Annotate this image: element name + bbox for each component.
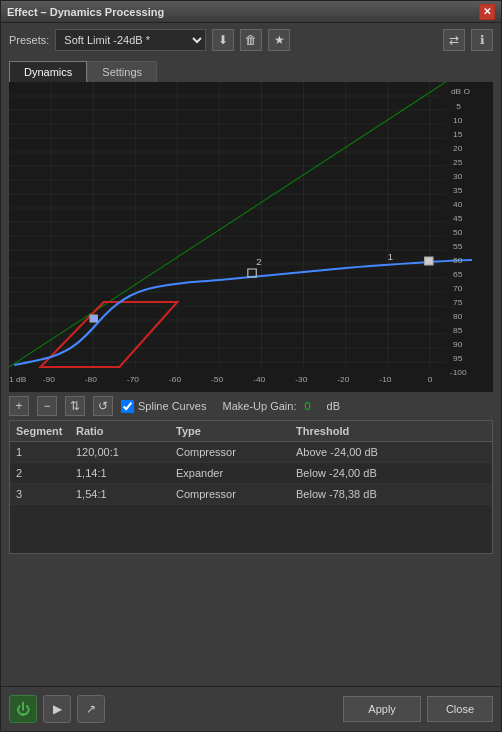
compare-button[interactable]: ⇄ xyxy=(443,29,465,51)
row3-threshold: Below -78,38 dB xyxy=(296,488,486,500)
svg-text:-30: -30 xyxy=(295,375,308,384)
svg-rect-33 xyxy=(425,257,433,265)
window-title: Effect – Dynamics Processing xyxy=(7,6,164,18)
svg-text:dB O: dB O xyxy=(451,87,470,96)
table-row[interactable]: 2 1,14:1 Expander Below -24,00 dB xyxy=(10,463,492,484)
svg-text:1: 1 xyxy=(388,252,393,262)
tabs-row: Dynamics Settings xyxy=(1,57,501,82)
play-button[interactable]: ▶ xyxy=(43,695,71,723)
svg-text:50: 50 xyxy=(453,228,463,237)
remove-point-button[interactable]: − xyxy=(37,396,57,416)
makeup-gain-label: Make-Up Gain: xyxy=(222,400,296,412)
spline-checkbox[interactable] xyxy=(121,400,134,413)
svg-text:70: 70 xyxy=(453,284,463,293)
row3-segment: 3 xyxy=(16,488,76,500)
svg-text:0: 0 xyxy=(428,375,433,384)
table-header: Segment Ratio Type Threshold xyxy=(10,421,492,442)
svg-text:40: 40 xyxy=(453,200,463,209)
close-dialog-button[interactable]: Close xyxy=(427,696,493,722)
title-bar: Effect – Dynamics Processing ✕ xyxy=(1,1,501,23)
svg-text:-60: -60 xyxy=(169,375,182,384)
segments-table: Segment Ratio Type Threshold 1 120,00:1 … xyxy=(9,420,493,554)
power-button[interactable]: ⏻ xyxy=(9,695,37,723)
svg-text:95: 95 xyxy=(453,354,463,363)
row1-type: Compressor xyxy=(176,446,296,458)
svg-text:-20: -20 xyxy=(337,375,350,384)
svg-text:75: 75 xyxy=(453,298,463,307)
row1-segment: 1 xyxy=(16,446,76,458)
presets-label: Presets: xyxy=(9,34,49,46)
svg-text:55: 55 xyxy=(453,242,463,251)
svg-text:90: 90 xyxy=(453,340,463,349)
save-preset-button[interactable]: ⬇ xyxy=(212,29,234,51)
svg-text:45: 45 xyxy=(453,214,463,223)
apply-button[interactable]: Apply xyxy=(343,696,421,722)
svg-rect-35 xyxy=(90,315,97,322)
svg-text:25: 25 xyxy=(453,158,463,167)
col-threshold: Threshold xyxy=(296,425,486,437)
delete-preset-button[interactable]: 🗑 xyxy=(240,29,262,51)
svg-text:85: 85 xyxy=(453,326,463,335)
svg-text:5: 5 xyxy=(456,102,461,111)
presets-select[interactable]: Soft Limit -24dB * xyxy=(55,29,206,51)
svg-text:30: 30 xyxy=(453,172,463,181)
svg-text:65: 65 xyxy=(453,270,463,279)
svg-text:15: 15 xyxy=(453,130,463,139)
svg-text:-90: -90 xyxy=(43,375,56,384)
svg-text:-80: -80 xyxy=(85,375,98,384)
tab-settings[interactable]: Settings xyxy=(87,61,157,82)
svg-text:20: 20 xyxy=(453,144,463,153)
svg-rect-0 xyxy=(9,82,493,392)
reset-button[interactable]: ↺ xyxy=(93,396,113,416)
svg-text:80: 80 xyxy=(453,312,463,321)
row1-threshold: Above -24,00 dB xyxy=(296,446,486,458)
col-type: Type xyxy=(176,425,296,437)
col-ratio: Ratio xyxy=(76,425,176,437)
adjust-button[interactable]: ⇅ xyxy=(65,396,85,416)
svg-text:35: 35 xyxy=(453,186,463,195)
tab-dynamics[interactable]: Dynamics xyxy=(9,61,87,82)
bottom-toolbar: ⏻ ▶ ↗ Apply Close xyxy=(1,686,501,731)
svg-text:-100: -100 xyxy=(450,368,467,377)
svg-text:60: 60 xyxy=(453,256,463,265)
svg-text:-50: -50 xyxy=(211,375,224,384)
svg-text:-70: -70 xyxy=(127,375,140,384)
row3-ratio: 1,54:1 xyxy=(76,488,176,500)
svg-text:1 dB: 1 dB xyxy=(9,375,27,384)
makeup-gain-value: 0 xyxy=(304,400,310,412)
table-row[interactable]: 1 120,00:1 Compressor Above -24,00 dB xyxy=(10,442,492,463)
makeup-gain-unit: dB xyxy=(327,400,340,412)
favorite-preset-button[interactable]: ★ xyxy=(268,29,290,51)
export-button[interactable]: ↗ xyxy=(77,695,105,723)
row2-type: Expander xyxy=(176,467,296,479)
info-button[interactable]: ℹ xyxy=(471,29,493,51)
spline-label[interactable]: Spline Curves xyxy=(121,400,206,413)
graph-area[interactable]: dB O 5 10 15 20 25 30 35 40 45 50 55 60 … xyxy=(9,82,493,392)
table-row[interactable]: 3 1,54:1 Compressor Below -78,38 dB xyxy=(10,484,492,505)
add-point-button[interactable]: + xyxy=(9,396,29,416)
row2-ratio: 1,14:1 xyxy=(76,467,176,479)
presets-row: Presets: Soft Limit -24dB * ⬇ 🗑 ★ ⇄ ℹ xyxy=(1,23,501,57)
controls-row: + − ⇅ ↺ Spline Curves Make-Up Gain: 0 dB xyxy=(1,392,501,420)
svg-text:-40: -40 xyxy=(253,375,266,384)
dynamics-graph: dB O 5 10 15 20 25 30 35 40 45 50 55 60 … xyxy=(9,82,493,392)
svg-text:-10: -10 xyxy=(379,375,392,384)
main-window: Effect – Dynamics Processing ✕ Presets: … xyxy=(0,0,502,732)
svg-text:10: 10 xyxy=(453,116,463,125)
col-segment: Segment xyxy=(16,425,76,437)
window-close-button[interactable]: ✕ xyxy=(479,4,495,20)
row2-segment: 2 xyxy=(16,467,76,479)
row1-ratio: 120,00:1 xyxy=(76,446,176,458)
row3-type: Compressor xyxy=(176,488,296,500)
row2-threshold: Below -24,00 dB xyxy=(296,467,486,479)
svg-text:2: 2 xyxy=(256,257,261,267)
